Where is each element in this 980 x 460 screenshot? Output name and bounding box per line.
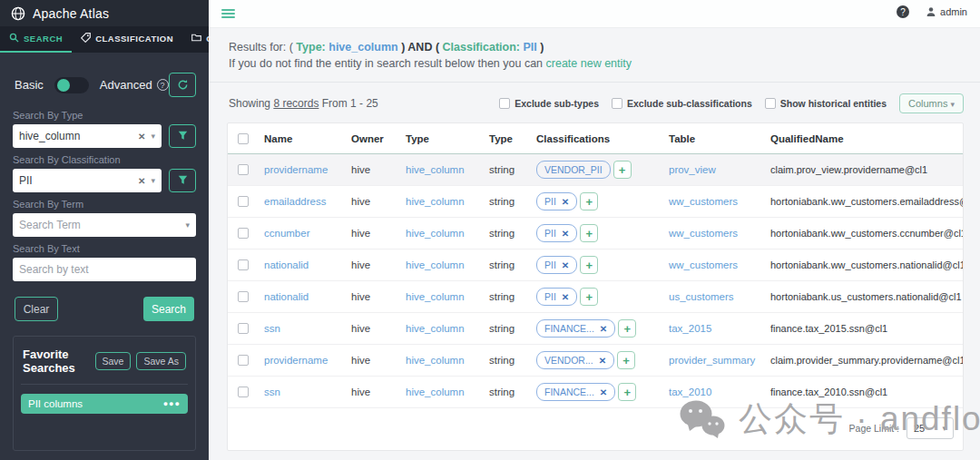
entity-name-link[interactable]: emailaddress — [259, 196, 346, 207]
entity-type-link[interactable]: hive_column — [400, 196, 484, 207]
add-classification-button[interactable]: + — [580, 288, 598, 306]
chevron-down-icon[interactable]: ▾ — [185, 220, 190, 230]
menu-icon[interactable] — [221, 7, 235, 20]
row-checkbox[interactable] — [238, 228, 249, 239]
records-count-link[interactable]: 8 records — [273, 97, 318, 110]
clear-button[interactable]: Clear — [15, 297, 58, 321]
table-link[interactable]: ww_customers — [663, 196, 765, 207]
remove-classification-icon[interactable]: ✕ — [562, 229, 569, 239]
column-header-classifications[interactable]: Classifications — [531, 133, 663, 144]
add-classification-button[interactable]: + — [613, 161, 632, 179]
table-link[interactable]: tax_2015 — [663, 323, 765, 334]
entity-type-link[interactable]: hive_column — [400, 387, 484, 397]
table-link[interactable]: prov_view — [663, 164, 765, 175]
save-button[interactable]: Save — [95, 352, 132, 370]
column-header-type-2[interactable]: Type — [400, 133, 484, 144]
add-classification-button[interactable]: + — [580, 256, 598, 274]
user-menu[interactable]: admin — [926, 6, 967, 17]
checkbox[interactable] — [612, 98, 622, 109]
save-as-button[interactable]: Save As — [136, 352, 186, 370]
refresh-button[interactable] — [169, 73, 196, 97]
entity-type-link[interactable]: hive_column — [400, 164, 484, 175]
add-classification-button[interactable]: + — [618, 319, 636, 338]
search-field-filled[interactable]: hive_column✕▾ — [13, 124, 162, 148]
remove-classification-icon[interactable]: ✕ — [600, 387, 607, 397]
entity-name-link[interactable]: providername — [259, 164, 346, 175]
advanced-label: Advanced — [100, 78, 152, 92]
classification-tag[interactable]: FINANCE...✕ — [536, 383, 615, 401]
entity-type-link[interactable]: hive_column — [400, 291, 484, 302]
add-classification-button[interactable]: + — [580, 224, 598, 242]
row-checkbox[interactable] — [238, 323, 249, 334]
entity-type-link[interactable]: hive_column — [400, 323, 484, 334]
attribute-filter-button[interactable] — [169, 124, 196, 148]
remove-classification-icon[interactable]: ✕ — [562, 260, 569, 270]
entity-type-link[interactable]: hive_column — [400, 228, 484, 239]
column-header-table[interactable]: Table — [663, 133, 765, 144]
chevron-down-icon[interactable]: ▾ — [151, 132, 155, 141]
remove-classification-icon[interactable]: ✕ — [562, 197, 569, 207]
table-link[interactable]: provider_summary — [663, 355, 765, 366]
table-link[interactable]: ww_customers — [663, 259, 765, 270]
chevron-down-icon[interactable]: ▾ — [151, 176, 155, 185]
ellipsis-menu-icon[interactable]: ●●● — [163, 399, 181, 408]
toolbar-checkbox-show-historical-entities[interactable]: Show historical entities — [765, 98, 887, 109]
create-new-entity-link[interactable]: create new entity — [546, 57, 632, 70]
entity-type-link[interactable]: hive_column — [400, 259, 484, 270]
row-checkbox[interactable] — [238, 196, 249, 207]
table-link[interactable]: tax_2010 — [663, 387, 765, 397]
column-header-owner[interactable]: Owner — [346, 133, 400, 144]
entity-name-link[interactable]: nationalid — [259, 291, 346, 302]
clear-value-icon[interactable]: ✕ — [138, 132, 145, 142]
row-checkbox[interactable] — [238, 164, 249, 175]
basic-advanced-toggle[interactable] — [54, 77, 89, 93]
search-field-empty[interactable]: Search by text — [13, 258, 196, 281]
entity-name-link[interactable]: ccnumber — [259, 228, 346, 239]
classification-tag[interactable]: VENDOR...✕ — [536, 351, 614, 369]
results-summary: Results for: ( Type: hive_column ) AND (… — [209, 27, 980, 83]
table-link[interactable]: us_customers — [663, 291, 765, 302]
remove-classification-icon[interactable]: ✕ — [562, 292, 569, 302]
row-checkbox[interactable] — [238, 355, 249, 366]
favorite-search-item[interactable]: PII columns●●● — [21, 394, 188, 414]
remove-classification-icon[interactable]: ✕ — [600, 324, 607, 334]
table-link[interactable]: ww_customers — [663, 228, 765, 239]
row-checkbox[interactable] — [238, 259, 249, 270]
add-classification-button[interactable]: + — [617, 351, 635, 369]
checkbox[interactable] — [765, 98, 776, 109]
entity-name-link[interactable]: ssn — [259, 323, 346, 334]
toolbar-checkbox-exclude-sub-types[interactable]: Exclude sub-types — [499, 98, 599, 109]
classification-tag[interactable]: FINANCE...✕ — [536, 319, 615, 338]
search-button[interactable]: Search — [143, 297, 194, 321]
row-checkbox[interactable] — [238, 387, 249, 397]
columns-button[interactable]: Columns ▾ — [899, 93, 964, 113]
clear-value-icon[interactable]: ✕ — [138, 176, 145, 186]
classification-tag[interactable]: VENDOR_PII — [536, 161, 611, 179]
classification-tag[interactable]: PII✕ — [536, 192, 577, 210]
checkbox[interactable] — [499, 98, 510, 109]
page-limit-select[interactable]: 25 ▾ — [906, 417, 954, 439]
entity-name-link[interactable]: ssn — [259, 387, 346, 397]
select-all-checkbox[interactable] — [238, 133, 249, 144]
classification-tag[interactable]: PII✕ — [536, 256, 577, 274]
entity-name-link[interactable]: nationalid — [259, 259, 346, 270]
attribute-filter-button[interactable] — [169, 169, 196, 192]
column-header-type-3[interactable]: Type — [484, 133, 531, 144]
remove-classification-icon[interactable]: ✕ — [599, 356, 606, 366]
column-header-qualifiedname[interactable]: QualifiedName — [765, 133, 963, 144]
row-checkbox[interactable] — [238, 291, 249, 302]
classification-tag[interactable]: PII✕ — [536, 288, 577, 306]
column-header-name[interactable]: Name — [259, 133, 346, 144]
add-classification-button[interactable]: + — [580, 192, 598, 210]
entity-name-link[interactable]: providername — [259, 355, 346, 366]
search-field-filled[interactable]: PII✕▾ — [13, 169, 162, 192]
search-field-empty[interactable]: Search Term▾ — [13, 213, 196, 237]
add-classification-button[interactable]: + — [618, 383, 636, 401]
entity-type-link[interactable]: hive_column — [400, 355, 484, 366]
help-icon[interactable]: ? — [897, 5, 909, 18]
sidebar-tab-search[interactable]: SEARCH — [0, 26, 72, 53]
sidebar-tab-classification[interactable]: CLASSIFICATION — [72, 26, 182, 53]
toolbar-checkbox-exclude-sub-classifications[interactable]: Exclude sub-classifications — [612, 98, 752, 109]
classification-tag[interactable]: PII✕ — [536, 224, 577, 242]
advanced-help-icon[interactable]: ? — [157, 79, 169, 91]
